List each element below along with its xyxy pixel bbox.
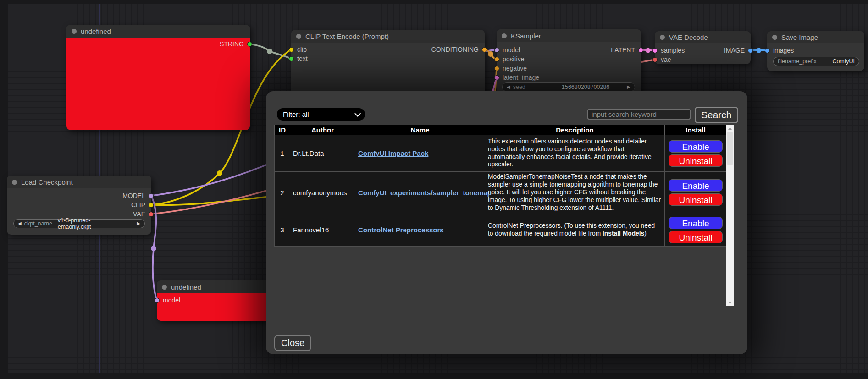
port-dot[interactable] xyxy=(652,48,658,53)
port-dot[interactable] xyxy=(748,48,753,53)
port-images-input[interactable]: images xyxy=(765,46,794,55)
decrement-arrow-icon[interactable]: ◀ xyxy=(507,85,510,89)
scrollbar-thumb[interactable] xyxy=(727,132,733,165)
port-latent-image-input[interactable]: latent_image xyxy=(494,73,539,82)
node-title-bar[interactable]: CLIP Text Encode (Prompt) xyxy=(291,30,485,43)
filter-select[interactable]: Filter: all xyxy=(277,108,365,121)
node-vae-decode[interactable]: VAE Decode samples vae IMAGE xyxy=(655,31,751,64)
scroll-down-arrow-icon[interactable] xyxy=(726,299,734,306)
node-save-image[interactable]: Save Image images filename_prefix ComfyU… xyxy=(767,31,864,71)
port-dot[interactable] xyxy=(494,66,499,71)
port-dot[interactable] xyxy=(494,57,499,62)
port-model-input[interactable]: model xyxy=(155,296,180,305)
port-vae-output[interactable]: VAE xyxy=(133,209,154,219)
port-latent-output[interactable]: LATENT xyxy=(611,45,643,55)
port-dot[interactable] xyxy=(149,212,154,217)
node-undefined-top[interactable]: undefined STRING xyxy=(66,25,250,130)
collapse-dot-icon[interactable] xyxy=(772,35,777,40)
reroute-dot-model[interactable] xyxy=(151,246,156,251)
collapse-dot-icon[interactable] xyxy=(502,33,507,38)
port-samples-input[interactable]: samples xyxy=(652,46,685,55)
node-title-bar[interactable]: KSampler xyxy=(497,29,641,42)
node-title-bar[interactable]: VAE Decode xyxy=(655,31,751,43)
widget-label: ckpt_name xyxy=(24,220,52,227)
port-dot[interactable] xyxy=(149,193,154,198)
port-dot[interactable] xyxy=(494,75,499,80)
node-title-bar[interactable]: Load Checkpoint xyxy=(7,176,151,188)
enable-button[interactable]: Enable xyxy=(669,217,723,229)
reroute-dot-string[interactable] xyxy=(267,49,272,54)
comfyui-canvas[interactable]: undefined STRING CLIP Text Encode (Promp… xyxy=(0,0,868,379)
node-title-bar[interactable]: undefined xyxy=(66,25,250,38)
uninstall-button[interactable]: Uninstall xyxy=(669,154,723,167)
port-model-input[interactable]: model xyxy=(494,45,520,55)
port-dot[interactable] xyxy=(247,42,252,47)
port-dot[interactable] xyxy=(482,47,487,52)
port-vae-input[interactable]: vae xyxy=(652,55,671,64)
port-image-output[interactable]: IMAGE xyxy=(724,46,753,55)
reroute-dot-clip[interactable] xyxy=(217,170,222,176)
extension-link[interactable]: ComfyUI_experiments/sampler_tonemap xyxy=(358,189,492,197)
port-conditioning-output[interactable]: CONDITIONING xyxy=(431,45,487,54)
uninstall-button[interactable]: Uninstall xyxy=(669,231,723,243)
table-scrollbar[interactable] xyxy=(726,125,734,306)
cell-install: Enable Uninstall xyxy=(665,172,727,214)
search-button[interactable]: Search xyxy=(695,107,738,123)
port-dot[interactable] xyxy=(155,298,160,303)
cell-author: Fannovel16 xyxy=(290,214,355,246)
port-dot[interactable] xyxy=(149,203,154,208)
reroute-dot-latent[interactable] xyxy=(646,48,651,53)
port-dot[interactable] xyxy=(652,57,658,62)
enable-button[interactable]: Enable xyxy=(669,140,723,153)
uninstall-button[interactable]: Uninstall xyxy=(669,193,723,206)
ckpt-name-widget[interactable]: ◀ ckpt_name v1-5-pruned-emaonly.ckpt ▶ xyxy=(13,219,145,228)
widget-label: seed xyxy=(513,84,525,90)
port-label: STRING xyxy=(220,40,244,48)
port-string-output[interactable]: STRING xyxy=(220,39,252,49)
node-title: VAE Decode xyxy=(669,33,708,41)
node-title-bar[interactable]: Save Image xyxy=(767,31,864,43)
port-dot[interactable] xyxy=(494,48,499,53)
node-title: undefined xyxy=(81,27,111,35)
collapse-dot-icon[interactable] xyxy=(660,35,665,40)
filename-prefix-widget[interactable]: filename_prefix ComfyUI xyxy=(773,57,859,66)
port-clip-input[interactable]: clip xyxy=(289,45,307,54)
cell-id: 3 xyxy=(275,214,290,246)
filter-selected-value: Filter: all xyxy=(283,110,309,118)
enable-button[interactable]: Enable xyxy=(669,179,723,192)
collapse-dot-icon[interactable] xyxy=(72,29,77,34)
increment-arrow-icon[interactable]: ▶ xyxy=(627,85,630,89)
extension-link[interactable]: ComfyUI Impact Pack xyxy=(358,149,428,157)
node-ksampler[interactable]: KSampler model positive negative latent_… xyxy=(497,29,641,98)
port-dot[interactable] xyxy=(638,48,643,53)
collapse-dot-icon[interactable] xyxy=(162,285,167,290)
port-model-output[interactable]: MODEL xyxy=(122,191,154,200)
node-title-bar[interactable]: undefined xyxy=(157,280,271,293)
col-header-name: Name xyxy=(355,125,485,135)
collapse-dot-icon[interactable] xyxy=(12,180,17,185)
port-clip-output[interactable]: CLIP xyxy=(131,200,154,209)
reroute-dot-image[interactable] xyxy=(757,48,762,53)
reroute-dot-conditioning[interactable] xyxy=(488,51,493,57)
port-dot[interactable] xyxy=(765,48,770,53)
port-dot[interactable] xyxy=(289,56,294,61)
port-positive-input[interactable]: positive xyxy=(494,55,524,64)
port-negative-input[interactable]: negative xyxy=(494,64,527,73)
increment-arrow-icon[interactable]: ▶ xyxy=(137,221,140,226)
port-text-input[interactable]: text xyxy=(289,54,308,63)
node-load-checkpoint[interactable]: Load Checkpoint MODEL CLIP VAE ◀ ckpt_na… xyxy=(7,176,151,235)
search-input[interactable] xyxy=(587,109,691,120)
widget-value: 156680208700286 xyxy=(562,84,609,90)
scroll-up-arrow-icon[interactable] xyxy=(726,125,734,132)
close-button[interactable]: Close xyxy=(274,335,311,351)
collapse-dot-icon[interactable] xyxy=(296,34,301,39)
port-label: LATENT xyxy=(611,46,635,54)
port-dot[interactable] xyxy=(289,47,294,52)
node-undefined-bottom[interactable]: undefined model xyxy=(157,280,271,321)
extension-link[interactable]: ControlNet Preprocessors xyxy=(358,226,444,234)
cell-description: ControlNet Preprocessors. (To use this e… xyxy=(485,214,665,246)
port-label: samples xyxy=(661,47,685,54)
decrement-arrow-icon[interactable]: ◀ xyxy=(18,221,22,226)
seed-widget[interactable]: ◀ seed 156680208700286 ▶ xyxy=(502,82,635,92)
table-header-row: ID Author Name Description Install xyxy=(275,125,727,135)
